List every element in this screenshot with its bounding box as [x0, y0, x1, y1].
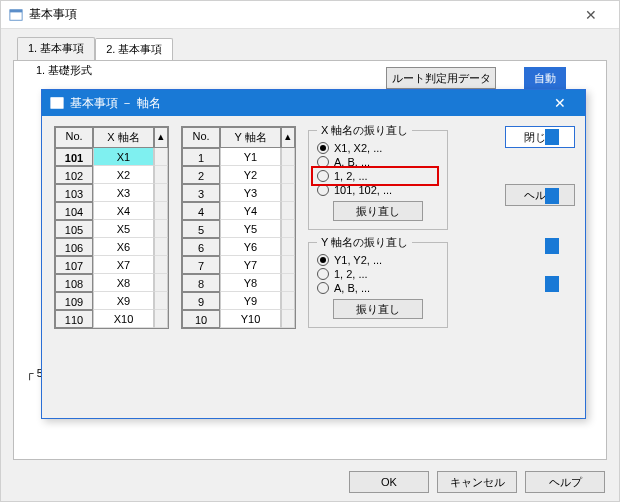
radio-option[interactable]: Y1, Y2, ... — [317, 253, 439, 267]
table-row[interactable]: 107X7 — [55, 256, 168, 274]
app-icon — [9, 8, 23, 22]
chevron-up-icon[interactable]: ▴ — [154, 127, 168, 148]
auto-button[interactable]: 自動 — [524, 67, 566, 89]
radio-option[interactable]: 1, 2, ... — [317, 267, 439, 281]
ok-button[interactable]: OK — [349, 471, 429, 493]
radio-option[interactable]: A, B, ... — [317, 281, 439, 295]
parent-titlebar: 基本事項 ✕ — [1, 1, 619, 29]
group-1-label: 1. 基礎形式 — [32, 63, 96, 78]
chevron-up-icon[interactable]: ▴ — [281, 127, 295, 148]
y-group-label: Y 軸名の振り直し — [317, 235, 412, 250]
col-name: X 軸名 — [93, 127, 154, 148]
close-icon[interactable]: ✕ — [571, 7, 611, 23]
route-data-button[interactable]: ルート判定用データ — [386, 67, 496, 89]
radio-icon — [317, 254, 329, 266]
table-row[interactable]: 6Y6 — [182, 238, 295, 256]
y-axis-table[interactable]: No. Y 軸名 ▴ 1Y12Y23Y34Y45Y56Y67Y78Y89Y910… — [181, 126, 296, 329]
tab-2[interactable]: 2. 基本事項 — [95, 38, 173, 61]
radio-icon — [317, 282, 329, 294]
table-row[interactable]: 109X9 — [55, 292, 168, 310]
radio-label: X1, X2, ... — [334, 142, 382, 154]
side-marker — [545, 188, 559, 204]
parent-title: 基本事項 — [29, 6, 571, 23]
cancel-button[interactable]: キャンセル — [437, 471, 517, 493]
axis-name-dialog: 基本事項 － 軸名 ✕ No. X 軸名 ▴ 101X1102X2103X310… — [41, 89, 586, 419]
radio-option[interactable]: 101, 102, ... — [317, 183, 439, 197]
table-row[interactable]: 103X3 — [55, 184, 168, 202]
table-row[interactable]: 9Y9 — [182, 292, 295, 310]
radio-icon — [317, 142, 329, 154]
col-name: Y 軸名 — [220, 127, 281, 148]
table-row[interactable]: 108X8 — [55, 274, 168, 292]
dialog-titlebar: 基本事項 － 軸名 ✕ — [42, 90, 585, 116]
table-row[interactable]: 7Y7 — [182, 256, 295, 274]
side-marker — [545, 276, 559, 292]
dialog-title: 基本事項 － 軸名 — [70, 95, 543, 112]
x-renumber-group: X 軸名の振り直し X1, X2, ...A, B, ...1, 2, ...1… — [308, 130, 448, 230]
table-row[interactable]: 1Y1 — [182, 148, 295, 166]
radio-label: A, B, ... — [334, 282, 370, 294]
table-row[interactable]: 2Y2 — [182, 166, 295, 184]
table-row[interactable]: 5Y5 — [182, 220, 295, 238]
close-button[interactable]: 閉じる — [505, 126, 575, 148]
table-row[interactable]: 102X2 — [55, 166, 168, 184]
radio-label: Y1, Y2, ... — [334, 254, 382, 266]
svg-rect-3 — [51, 98, 63, 101]
x-renumber-button[interactable]: 振り直し — [333, 201, 423, 221]
table-row[interactable]: 8Y8 — [182, 274, 295, 292]
radio-icon — [317, 184, 329, 196]
table-row[interactable]: 110X10 — [55, 310, 168, 328]
radio-option[interactable]: 1, 2, ... — [317, 169, 439, 183]
radio-option[interactable]: X1, X2, ... — [317, 141, 439, 155]
y-renumber-group: Y 軸名の振り直し Y1, Y2, ...1, 2, ...A, B, ... … — [308, 242, 448, 328]
radio-icon — [317, 170, 329, 182]
radio-label: 1, 2, ... — [334, 170, 368, 182]
side-marker — [545, 129, 559, 145]
radio-icon — [317, 268, 329, 280]
table-row[interactable]: 10Y10 — [182, 310, 295, 328]
side-marker — [545, 238, 559, 254]
x-axis-table[interactable]: No. X 軸名 ▴ 101X1102X2103X3104X4105X5106X… — [54, 126, 169, 329]
y-renumber-button[interactable]: 振り直し — [333, 299, 423, 319]
svg-rect-1 — [10, 9, 22, 12]
radio-option[interactable]: A, B, ... — [317, 155, 439, 169]
radio-label: 101, 102, ... — [334, 184, 392, 196]
dialog-help-button[interactable]: ヘルプ — [505, 184, 575, 206]
radio-icon — [317, 156, 329, 168]
table-row[interactable]: 104X4 — [55, 202, 168, 220]
radio-label: A, B, ... — [334, 156, 370, 168]
table-row[interactable]: 3Y3 — [182, 184, 295, 202]
close-icon[interactable]: ✕ — [543, 95, 577, 111]
table-row[interactable]: 101X1 — [55, 148, 168, 166]
table-row[interactable]: 105X5 — [55, 220, 168, 238]
table-row[interactable]: 106X6 — [55, 238, 168, 256]
parent-window: 基本事項 ✕ 1. 基本事項 2. 基本事項 1. 基礎形式 ルート判定用データ… — [0, 0, 620, 502]
table-row[interactable]: 4Y4 — [182, 202, 295, 220]
help-button[interactable]: ヘルプ — [525, 471, 605, 493]
tab-strip: 1. 基本事項 2. 基本事項 — [17, 37, 607, 60]
radio-label: 1, 2, ... — [334, 268, 368, 280]
dialog-body: No. X 軸名 ▴ 101X1102X2103X3104X4105X5106X… — [42, 116, 585, 339]
x-group-label: X 軸名の振り直し — [317, 123, 412, 138]
col-no: No. — [55, 127, 93, 148]
footer-buttons: OK キャンセル ヘルプ — [349, 471, 605, 493]
col-no: No. — [182, 127, 220, 148]
app-icon — [50, 96, 64, 110]
tab-1[interactable]: 1. 基本事項 — [17, 37, 95, 60]
